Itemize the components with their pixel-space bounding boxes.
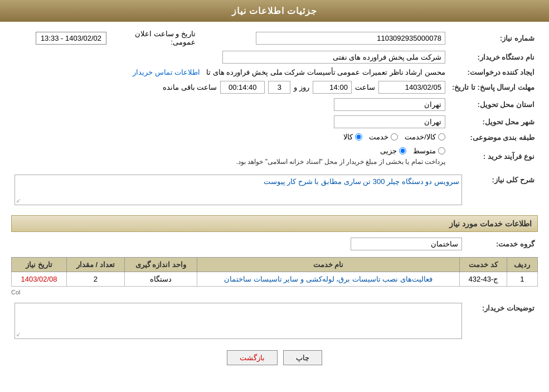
main-info-table: شماره نیاز: 1103092935000078 تاریخ و ساع… [11,27,538,168]
buyer-desc-box: ↙ [14,303,462,339]
province-label: استان محل تحویل: [449,96,538,113]
creator-contact-link[interactable]: اطلاعات تماس خریدار [133,68,200,76]
bottom-buttons: چاپ بازگشت [11,350,538,365]
category-row: طبقه بندی موضوعی: کالا/خدمت خدمت [11,130,538,144]
city-label: شهر محل تحویل: [449,113,538,130]
creator-row: ایجاد کننده درخواست: محسن ارشاد ناظر تعم… [11,66,538,79]
category-option-service[interactable]: خدمت [369,133,398,141]
city-value-cell: تهران [11,113,449,130]
row-num-cell: 1 [507,272,537,287]
print-button[interactable]: چاپ [283,350,322,365]
need-number-row: شماره نیاز: 1103092935000078 تاریخ و ساع… [11,27,538,49]
purchase-note-text: پرداخت تمام یا بخشی از مبلغ خریدار از مح… [236,158,445,166]
need-number-value-cell: 1103092935000078 [199,27,449,49]
services-table: ردیف کد خدمت نام خدمت واحد اندازه گیری ت… [11,257,538,287]
buyer-desc-table: توضیحات خریدار: ↙ [11,301,538,341]
province-value-cell: تهران [11,96,449,113]
province-field: تهران [334,98,445,111]
col-header-need-date: تاریخ نیاز [12,258,67,272]
page-title: جزئیات اطلاعات نیاز [232,6,318,16]
back-button[interactable]: بازگشت [227,350,278,365]
city-field: تهران [334,115,445,128]
publish-datetime-label: تاریخ و ساعت اعلان عمومی: [135,30,196,46]
col-header-service-code: کد خدمت [460,258,507,272]
remaining-label: ساعت باقی مانده [163,83,217,91]
buyer-org-field: شرکت ملی پخش فراورده های نفتی [222,51,445,64]
need-desc-label: شرح کلی نیاز: [465,172,538,210]
reply-date-field: 1403/02/05 [378,81,445,94]
reply-deadline-label: مهلت ارسال پاسخ: تا تاریخ: [449,79,538,96]
province-row: استان محل تحویل: تهران [11,96,538,113]
category-option-goods-service[interactable]: کالا/خدمت [405,133,445,141]
need-desc-value-cell: سرویس دو دستگاه چیلر 300 تن ساری مطابق ب… [11,172,465,210]
reply-deadline-fields: 1403/02/05 ساعت 14:00 روز و 3 00:14:40 س… [163,81,445,94]
publish-datetime-cell: 1403/02/02 - 13:33 [11,27,110,49]
service-group-label: گروه خدمت: [465,235,538,253]
col-header-unit: واحد اندازه گیری [124,258,197,272]
content-area: شماره نیاز: 1103092935000078 تاریخ و ساع… [0,22,549,371]
purchase-type-value-cell: متوسط جزیی پرداخت تمام یا بخشی از مبلغ خ… [11,144,449,168]
quantity-cell: 2 [67,272,125,287]
category-radio-goods-service[interactable] [438,133,445,141]
purchase-type-option-medium[interactable]: متوسط [413,147,445,155]
category-goods-service-label: کالا/خدمت [405,133,436,141]
services-table-body: 1 ج-43-432 فعالیت‌های نصب تاسیسات برق، ل… [12,272,538,287]
page-wrapper: جزئیات اطلاعات نیاز شماره نیاز: 11030929… [0,0,549,392]
category-radio-service[interactable] [391,133,398,141]
service-name-cell: فعالیت‌های نصب تاسیسات برق، لوله‌کشی و س… [197,272,460,287]
table-row: 1 ج-43-432 فعالیت‌های نصب تاسیسات برق، ل… [12,272,538,287]
category-option-goods[interactable]: کالا [343,133,362,141]
need-desc-table: شرح کلی نیاز: سرویس دو دستگاه چیلر 300 ت… [11,172,538,210]
col-header-quantity: تعداد / مقدار [67,258,125,272]
service-code-cell: ج-43-432 [460,272,507,287]
reply-deadline-row: مهلت ارسال پاسخ: تا تاریخ: 1403/02/05 سا… [11,79,538,96]
time-label: ساعت [355,83,375,91]
creator-value-cell: محسن ارشاد ناظر تعمیرات عمومی تأسیسات شر… [11,66,449,79]
buyer-desc-textarea[interactable] [15,303,461,337]
category-label: طبقه بندی موضوعی: [449,130,538,144]
buyer-desc-value-cell: ↙ [11,301,465,341]
services-table-header-row: ردیف کد خدمت نام خدمت واحد اندازه گیری ت… [12,258,538,272]
service-group-field: ساختمان [351,238,462,250]
need-number-field: 1103092935000078 [256,32,445,45]
reply-remaining-field: 00:14:40 [220,81,265,94]
col-label-area: Col [11,288,538,296]
reply-time-field: 14:00 [313,81,352,94]
category-radio-group: کالا/خدمت خدمت کالا [343,133,445,141]
unit-cell: دستگاه [124,272,197,287]
creator-label: ایجاد کننده درخواست: [449,66,538,79]
purchase-type-radio-medium[interactable] [438,147,445,154]
reply-days-field: 3 [268,81,290,94]
purchase-type-option-partial[interactable]: جزیی [380,147,406,155]
page-header: جزئیات اطلاعات نیاز [0,0,549,22]
purchase-type-radio-group: متوسط جزیی پرداخت تمام یا بخشی از مبلغ خ… [236,147,445,166]
services-section-title: اطلاعات خدمات مورد نیاز [11,215,538,232]
category-value-cell: کالا/خدمت خدمت کالا [11,130,449,144]
days-label: روز و [294,83,309,91]
need-number-label: شماره نیاز: [449,27,538,49]
buyer-org-row: نام دستگاه خریدار: شرکت ملی پخش فراورده … [11,49,538,66]
services-table-head: ردیف کد خدمت نام خدمت واحد اندازه گیری ت… [12,258,538,272]
reply-deadline-value-cell: 1403/02/05 ساعت 14:00 روز و 3 00:14:40 س… [11,79,449,96]
creator-name: محسن ارشاد ناظر تعمیرات عمومی تأسیسات شر… [206,68,445,76]
publish-label-cell: تاریخ و ساعت اعلان عمومی: [110,27,199,49]
col-header-row-num: ردیف [507,258,537,272]
need-desc-box: سرویس دو دستگاه چیلر 300 تن ساری مطابق ب… [14,175,462,205]
purchase-type-radio-partial[interactable] [399,147,406,154]
resize-handle-icon: ↙ [16,197,21,204]
city-row: شهر محل تحویل: تهران [11,113,538,130]
category-radio-goods[interactable] [355,133,362,141]
purchase-note: پرداخت تمام یا بخشی از مبلغ خریدار از مح… [236,157,445,166]
buyer-desc-label: توضیحات خریدار: [465,301,538,341]
purchase-type-label: نوع فرآیند خرید : [449,144,538,168]
purchase-type-medium-label: متوسط [413,147,436,155]
buyer-desc-row: توضیحات خریدار: ↙ [11,301,538,341]
need-desc-text: سرویس دو دستگاه چیلر 300 تن ساری مطابق ب… [17,177,459,186]
publish-datetime-value: 1403/02/02 - 13:33 [36,32,106,45]
service-group-value-cell: ساختمان [11,235,465,253]
purchase-type-options-row: متوسط جزیی [380,147,445,155]
category-goods-label: کالا [343,133,353,141]
need-date-cell: 1403/02/08 [12,272,67,287]
buyer-org-value-cell: شرکت ملی پخش فراورده های نفتی [11,49,449,66]
service-group-row: گروه خدمت: ساختمان [11,235,538,253]
